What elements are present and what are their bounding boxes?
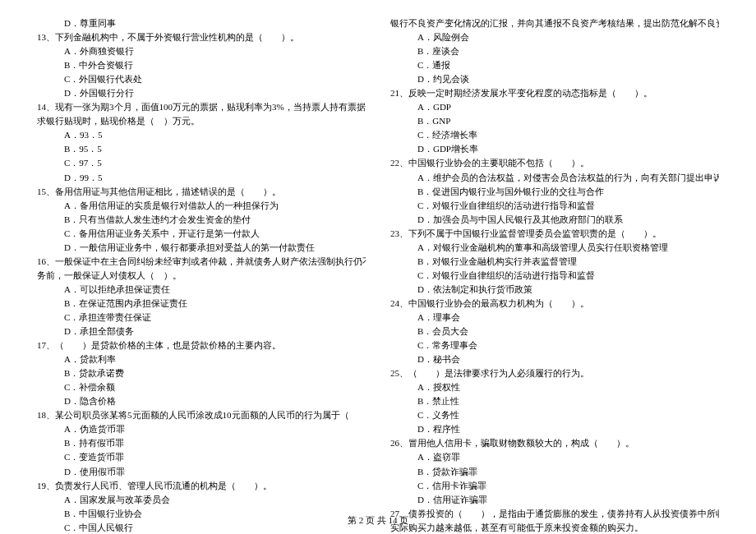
question-line: 22、中国银行业协会的主要职能不包括（ ）。 bbox=[390, 156, 719, 170]
option-line: B．贷款诈骗罪 bbox=[390, 465, 719, 479]
option-line: C．补偿余额 bbox=[37, 380, 366, 394]
wrap-line: 银行不良资产变化情况的汇报，并向其通报不良资产考核结果，提出防范化解不良资产的意… bbox=[390, 16, 719, 30]
option-line: A．备用信用证的实质是银行对借款人的一种担保行为 bbox=[37, 199, 366, 213]
option-line: D．程序性 bbox=[390, 422, 719, 436]
question-line: 19、负责发行人民币、管理人民币流通的机构是（ ）。 bbox=[37, 479, 366, 493]
wrap-line: 务前，一般保证人对债权人（ ）。 bbox=[37, 269, 366, 283]
page-footer: 第 2 页 共 14 页 bbox=[0, 513, 756, 527]
option-line: B．持有假币罪 bbox=[37, 436, 366, 450]
option-line: D．秘书会 bbox=[390, 352, 719, 366]
question-line: 14、现有一张为期3个月，面值100万元的票据，贴现利率为3%，当持票人持有票据… bbox=[37, 100, 366, 114]
option-line: C．承担连带责任保证 bbox=[37, 311, 366, 325]
question-line: 16、一般保证中在主合同纠纷未经审判或者仲裁，并就债务人财产依法强制执行仍不能履… bbox=[37, 255, 366, 269]
question-line: 13、下列金融机构中，不属于外资银行营业性机构的是（ ）。 bbox=[37, 30, 366, 44]
option-line: C．外国银行代表处 bbox=[37, 72, 366, 86]
option-line: C．97．5 bbox=[37, 156, 366, 170]
question-line: 18、某公司职员张某将5元面额的人民币涂改成10元面额的人民币的行为属于（ ）。 bbox=[37, 408, 366, 422]
option-line: B．禁止性 bbox=[390, 394, 719, 408]
option-line: A．授权性 bbox=[390, 380, 719, 394]
question-line: 21、反映一定时期经济发展水平变化程度的动态指标是（ ）。 bbox=[390, 86, 719, 100]
option-line: C．对银行业自律组织的活动进行指导和监督 bbox=[390, 199, 719, 213]
option-line: A．可以拒绝承担保证责任 bbox=[37, 283, 366, 297]
wrap-line: 求银行贴现时，贴现价格是（ ）万元。 bbox=[37, 114, 366, 128]
option-line: D．一般信用证业务中，银行都要承担对受益人的第一付款责任 bbox=[37, 241, 366, 255]
option-line: A．对银行业金融机构的董事和高级管理人员实行任职资格管理 bbox=[390, 241, 719, 255]
option-line: B．座谈会 bbox=[390, 44, 719, 58]
option-line: A．风险例会 bbox=[390, 30, 719, 44]
option-line: B．贷款承诺费 bbox=[37, 366, 366, 380]
option-line: C．通报 bbox=[390, 58, 719, 72]
option-line: A．GDP bbox=[390, 100, 719, 114]
option-line: A．贷款利率 bbox=[37, 352, 366, 366]
option-line: C．备用信用证业务关系中，开证行是第一付款人 bbox=[37, 227, 366, 241]
option-line: C．信用卡诈骗罪 bbox=[390, 479, 719, 493]
option-line: D．依法制定和执行货币政策 bbox=[390, 283, 719, 297]
option-line: B．GNP bbox=[390, 114, 719, 128]
page-columns: D．尊重同事13、下列金融机构中，不属于外资银行营业性机构的是（ ）。A．外商独… bbox=[37, 16, 719, 534]
option-line: D．隐含价格 bbox=[37, 394, 366, 408]
option-line: C．经济增长率 bbox=[390, 128, 719, 142]
left-column: D．尊重同事13、下列金融机构中，不属于外资银行营业性机构的是（ ）。A．外商独… bbox=[37, 16, 366, 534]
option-line: C．对银行业自律组织的活动进行指导和监督 bbox=[390, 269, 719, 283]
option-line: B．只有当借款人发生违约才会发生资金的垫付 bbox=[37, 213, 366, 227]
option-line: C．常务理事会 bbox=[390, 338, 719, 352]
option-line: D．99．5 bbox=[37, 171, 366, 185]
option-line: D．GDP增长率 bbox=[390, 142, 719, 156]
option-line: A．国家发展与改革委员会 bbox=[37, 493, 366, 507]
option-line: A．理事会 bbox=[390, 311, 719, 325]
option-line: C．义务性 bbox=[390, 408, 719, 422]
option-line: B．对银行业金融机构实行并表监督管理 bbox=[390, 255, 719, 269]
question-line: 24、中国银行业协会的最高权力机构为（ ）。 bbox=[390, 297, 719, 311]
right-column: 银行不良资产变化情况的汇报，并向其通报不良资产考核结果，提出防范化解不良资产的意… bbox=[390, 16, 719, 534]
option-line: A．盗窃罪 bbox=[390, 450, 719, 464]
option-line: D．尊重同事 bbox=[37, 16, 366, 30]
option-line: D．承担全部债务 bbox=[37, 325, 366, 338]
option-line: A．外商独资银行 bbox=[37, 44, 366, 58]
option-line: D．加强会员与中国人民银行及其他政府部门的联系 bbox=[390, 213, 719, 227]
question-line: 23、下列不属于中国银行业监督管理委员会监管职责的是（ ）。 bbox=[390, 227, 719, 241]
option-line: B．促进国内银行业与国外银行业的交往与合作 bbox=[390, 185, 719, 199]
question-line: 15、备用信用证与其他信用证相比，描述错误的是（ ）。 bbox=[37, 185, 366, 199]
question-line: 25、（ ）是法律要求行为人必须履行的行为。 bbox=[390, 366, 719, 380]
question-line: 17、（ ）是贷款价格的主体，也是贷款价格的主要内容。 bbox=[37, 338, 366, 352]
option-line: D．使用假币罪 bbox=[37, 465, 366, 479]
option-line: A．伪造货币罪 bbox=[37, 422, 366, 436]
option-line: B．中外合资银行 bbox=[37, 58, 366, 72]
option-line: B．在保证范围内承担保证责任 bbox=[37, 297, 366, 311]
option-line: B．会员大会 bbox=[390, 325, 719, 338]
option-line: B．95．5 bbox=[37, 142, 366, 156]
question-line: 26、冒用他人信用卡，骗取财物数额较大的，构成（ ）。 bbox=[390, 436, 719, 450]
option-line: D．外国银行分行 bbox=[37, 86, 366, 100]
option-line: D．约见会谈 bbox=[390, 72, 719, 86]
option-line: D．信用证诈骗罪 bbox=[390, 493, 719, 507]
option-line: A．维护会员的合法权益，对侵害会员合法权益的行为，向有关部门提出申诉或要求 bbox=[390, 171, 719, 185]
option-line: A．93．5 bbox=[37, 128, 366, 142]
option-line: C．变造货币罪 bbox=[37, 450, 366, 464]
